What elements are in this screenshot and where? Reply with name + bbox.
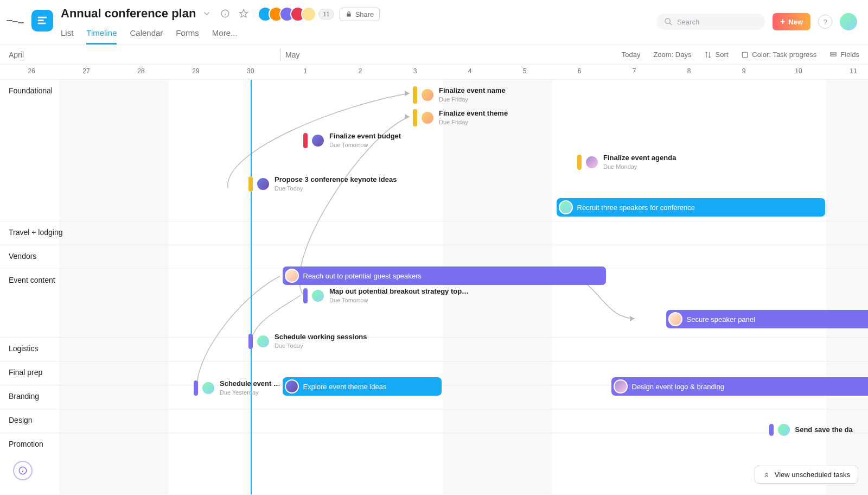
info-icon[interactable] xyxy=(220,8,231,19)
star-icon[interactable] xyxy=(238,8,249,19)
task-finalize-budget[interactable]: Finalize event budget Due Tomorrow xyxy=(303,132,401,149)
svg-rect-10 xyxy=(831,52,837,53)
section-promotion[interactable]: Promotion xyxy=(0,433,114,456)
task-finalize-agenda[interactable]: Finalize event agenda Due Monday xyxy=(577,154,676,170)
task-finalize-theme[interactable]: Finalize event theme Due Friday xyxy=(413,109,508,126)
task-secure-panel[interactable]: Secure speaker panel xyxy=(666,310,869,328)
date-11: 11 xyxy=(826,65,869,75)
tab-list[interactable]: List xyxy=(61,25,73,45)
task-finalize-name[interactable]: Finalize event name Due Friday xyxy=(413,86,506,104)
section-event-content[interactable]: Event content xyxy=(0,269,114,337)
date-3: 3 xyxy=(388,65,443,75)
task-recruit-speakers[interactable]: Recruit three speakers for conference xyxy=(557,198,825,217)
view-unscheduled-button[interactable]: View unscheduled tasks xyxy=(755,466,858,484)
section-design[interactable]: Design xyxy=(0,409,114,433)
svg-marker-12 xyxy=(405,91,410,96)
toolbar-color[interactable]: Color: Task progress xyxy=(741,50,816,59)
member-overflow[interactable]: 11 xyxy=(318,9,334,20)
date-6: 6 xyxy=(552,65,607,75)
member-avatars[interactable] xyxy=(258,7,316,22)
task-explore-theme[interactable]: Explore event theme ideas xyxy=(283,377,442,396)
date-27: 27 xyxy=(59,65,114,75)
share-button[interactable]: Share xyxy=(340,8,380,21)
date-4: 4 xyxy=(443,65,497,75)
task-send-savedate[interactable]: Send save the da xyxy=(769,423,853,437)
tabs: List Timeline Calendar Forms More... xyxy=(61,25,649,45)
date-7: 7 xyxy=(607,65,662,75)
svg-rect-1 xyxy=(38,20,44,21)
toolbar-zoom[interactable]: Zoom: Days xyxy=(653,50,691,59)
task-schedule-event[interactable]: Schedule event … Due Yesterday xyxy=(194,379,279,396)
new-label: New xyxy=(788,18,803,26)
project-title[interactable]: Annual conference plan xyxy=(61,7,196,21)
date-9: 9 xyxy=(717,65,771,75)
row-divider xyxy=(0,337,868,338)
tab-calendar[interactable]: Calendar xyxy=(130,25,163,45)
toolbar-fields[interactable]: Fields xyxy=(829,50,859,59)
section-branding[interactable]: Branding xyxy=(0,385,114,409)
month-label-may: May xyxy=(285,50,299,59)
date-28: 28 xyxy=(114,65,169,75)
tab-timeline[interactable]: Timeline xyxy=(86,25,117,45)
tab-more[interactable]: More... xyxy=(212,25,238,45)
project-icon xyxy=(31,10,53,31)
row-divider xyxy=(0,245,868,245)
section-travel-lodging[interactable]: Travel + lodging xyxy=(0,221,114,245)
row-divider xyxy=(0,361,868,361)
search-input[interactable]: Search xyxy=(656,14,765,30)
row-divider xyxy=(0,433,868,433)
row-divider xyxy=(0,409,868,409)
svg-rect-11 xyxy=(831,55,837,56)
help-button[interactable]: ? xyxy=(818,15,832,29)
tab-forms[interactable]: Forms xyxy=(176,25,199,45)
svg-rect-9 xyxy=(743,52,748,57)
info-hint-button[interactable] xyxy=(13,461,33,480)
date-29: 29 xyxy=(169,65,224,75)
new-button[interactable]: + New xyxy=(773,13,810,30)
chevron-down-icon[interactable] xyxy=(201,8,212,19)
date-1: 1 xyxy=(278,65,333,75)
svg-marker-14 xyxy=(630,316,635,321)
date-30: 30 xyxy=(224,65,278,75)
task-reach-out[interactable]: Reach out to potential guest speakers xyxy=(283,266,606,285)
svg-rect-0 xyxy=(38,17,47,18)
section-foundational[interactable]: Foundational xyxy=(0,80,114,221)
svg-line-8 xyxy=(669,23,672,25)
section-vendors[interactable]: Vendors xyxy=(0,245,114,269)
menu-button[interactable] xyxy=(7,13,24,30)
date-26: 26 xyxy=(4,65,59,75)
task-breakout[interactable]: Map out potential breakout strategy top…… xyxy=(303,287,469,304)
svg-rect-2 xyxy=(38,23,46,24)
section-logistics[interactable]: Logistics xyxy=(0,337,114,361)
row-divider xyxy=(0,221,868,221)
date-8: 8 xyxy=(662,65,717,75)
share-label: Share xyxy=(355,10,374,18)
date-10: 10 xyxy=(771,65,826,75)
svg-point-7 xyxy=(665,18,670,23)
task-design-logo[interactable]: Design event logo & branding xyxy=(611,377,869,396)
date-5: 5 xyxy=(497,65,552,75)
month-divider xyxy=(280,48,280,61)
task-schedule-working[interactable]: Schedule working sessions Due Today xyxy=(248,333,367,350)
svg-marker-13 xyxy=(405,114,410,119)
toolbar-sort[interactable]: Sort xyxy=(704,50,728,59)
date-2: 2 xyxy=(333,65,388,75)
search-placeholder: Search xyxy=(677,18,699,26)
section-final-prep[interactable]: Final prep xyxy=(0,361,114,385)
month-label-april: April xyxy=(9,50,24,59)
toolbar-today[interactable]: Today xyxy=(622,50,641,59)
svg-marker-6 xyxy=(240,10,248,17)
task-propose-keynote[interactable]: Propose 3 conference keynote ideas Due T… xyxy=(248,175,397,192)
profile-avatar[interactable] xyxy=(840,13,857,30)
